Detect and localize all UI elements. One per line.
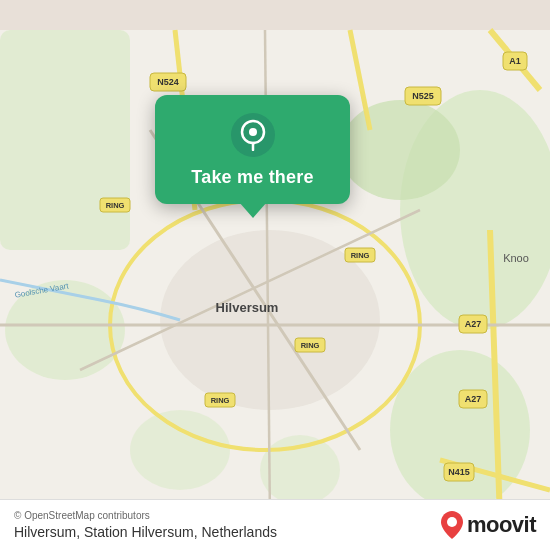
bottom-bar: © OpenStreetMap contributors Hilversum, … (0, 499, 550, 550)
svg-point-5 (340, 100, 460, 200)
location-pin-icon (240, 119, 266, 151)
svg-text:N524: N524 (157, 77, 179, 87)
svg-text:N525: N525 (412, 91, 434, 101)
svg-text:A27: A27 (465, 394, 482, 404)
svg-point-45 (447, 517, 457, 527)
svg-text:Knoo: Knoo (503, 252, 529, 264)
svg-text:A27: A27 (465, 319, 482, 329)
svg-text:RING: RING (351, 251, 370, 260)
map-container: N524 N525 A1 A27 A27 N415 RING RING RING… (0, 0, 550, 550)
svg-text:RING: RING (211, 396, 230, 405)
location-icon-wrapper (231, 113, 275, 157)
moovit-logo: moovit (441, 511, 536, 539)
popup-card[interactable]: Take me there (155, 95, 350, 204)
svg-point-43 (249, 128, 257, 136)
svg-rect-3 (0, 30, 130, 250)
moovit-pin-icon (441, 511, 463, 539)
map-background: N524 N525 A1 A27 A27 N415 RING RING RING… (0, 0, 550, 550)
take-me-there-button[interactable]: Take me there (191, 167, 313, 188)
bottom-info: © OpenStreetMap contributors Hilversum, … (14, 510, 277, 540)
svg-point-2 (390, 350, 530, 510)
location-title: Hilversum, Station Hilversum, Netherland… (14, 524, 277, 540)
svg-point-6 (130, 410, 230, 490)
svg-text:RING: RING (301, 341, 320, 350)
svg-text:N415: N415 (448, 467, 470, 477)
svg-text:A1: A1 (509, 56, 521, 66)
svg-text:RING: RING (106, 201, 125, 210)
svg-text:Hilversum: Hilversum (216, 300, 279, 315)
moovit-brand-text: moovit (467, 512, 536, 538)
copyright-text: © OpenStreetMap contributors (14, 510, 277, 521)
